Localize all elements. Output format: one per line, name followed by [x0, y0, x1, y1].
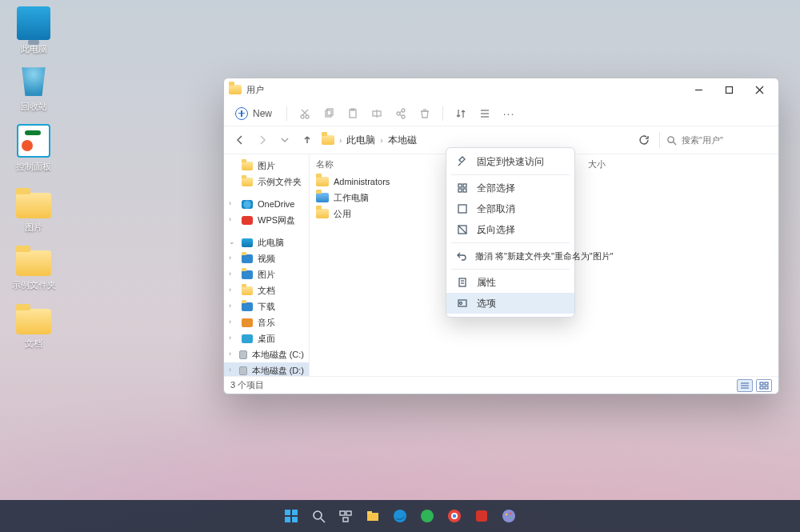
search-box[interactable] [666, 135, 770, 146]
refresh-button[interactable] [635, 131, 653, 149]
close-button[interactable] [745, 80, 774, 99]
menu-separator [451, 174, 570, 175]
svg-rect-30 [463, 189, 466, 192]
taskbar-app-green[interactable] [416, 505, 438, 527]
taskbar[interactable] [0, 500, 800, 532]
sidebar-item-disk-c[interactable]: ›本地磁盘 (C:) [224, 346, 309, 362]
sort-button[interactable] [454, 107, 467, 120]
menu-select-all[interactable]: 全部选择 [446, 178, 574, 198]
sidebar-item-this-pc[interactable]: ⌄此电脑 [224, 234, 309, 250]
context-menu: 固定到快速访问 全部选择 全部取消 反向选择 [446, 147, 575, 318]
desktop-icon-recycle-bin[interactable]: 回收站 [8, 64, 59, 113]
maximize-button[interactable] [714, 80, 743, 99]
svg-rect-53 [343, 518, 348, 522]
svg-rect-44 [765, 386, 768, 389]
desktop-icon-control-panel[interactable]: 控制面板 [8, 124, 59, 173]
paste-icon[interactable] [346, 107, 359, 120]
sidebar-item-downloads[interactable]: ›下载 [224, 298, 309, 314]
desktop-icon-folder[interactable]: 示例文件夹 [8, 246, 59, 291]
sidebar-item-desktop[interactable]: ›桌面 [224, 330, 309, 346]
menu-invert-selection[interactable]: 反向选择 [446, 219, 574, 240]
taskbar-explorer[interactable] [362, 505, 384, 527]
titlebar[interactable]: 用户 [224, 78, 778, 101]
sidebar-item-pictures[interactable]: 图片 [224, 158, 309, 174]
select-all-icon [456, 182, 469, 194]
svg-line-8 [302, 110, 308, 115]
menu-properties[interactable]: 属性 [446, 272, 574, 293]
sidebar-item-onedrive[interactable]: ›OneDrive [224, 196, 309, 212]
sidebar-item-music[interactable]: ›音乐 [224, 314, 309, 330]
copy-icon[interactable] [322, 107, 335, 120]
share-icon[interactable] [394, 107, 407, 120]
invert-icon [456, 223, 469, 236]
desktop-icon-label: 文档 [8, 338, 59, 350]
desktop-icon-this-pc[interactable]: 此电脑 [8, 6, 59, 55]
plus-icon [235, 107, 248, 120]
breadcrumb[interactable]: › 此电脑 › 本地磁 [322, 134, 629, 147]
svg-rect-41 [760, 382, 763, 385]
sidebar-item-documents[interactable]: ›文档 [224, 282, 309, 298]
svg-rect-48 [292, 517, 298, 522]
menu-select-none[interactable]: 全部取消 [446, 198, 574, 219]
taskbar-chrome[interactable] [443, 505, 466, 527]
view-button[interactable] [478, 107, 491, 120]
taskbar-edge[interactable] [389, 505, 411, 527]
desktop: 此电脑 回收站 控制面板 图片 示例文件夹 文档 用户 [0, 0, 800, 532]
svg-point-5 [301, 115, 304, 118]
svg-rect-43 [760, 386, 763, 389]
svg-point-37 [460, 302, 462, 305]
view-icons-button[interactable] [756, 379, 772, 392]
svg-rect-10 [327, 109, 333, 115]
svg-rect-52 [346, 511, 351, 515]
minimize-button[interactable] [684, 80, 713, 99]
svg-rect-33 [459, 278, 466, 286]
back-button[interactable] [232, 132, 248, 148]
search-input[interactable] [682, 135, 762, 145]
start-button[interactable] [280, 505, 302, 527]
col-size[interactable]: 大小 [582, 158, 638, 170]
crumb-drive[interactable]: 本地磁 [388, 134, 417, 147]
menu-pin-quick-access[interactable]: 固定到快速访问 [446, 151, 574, 172]
desktop-icon-folder[interactable]: 文档 [8, 304, 59, 350]
view-details-button[interactable] [737, 379, 753, 392]
folder-icon [322, 135, 334, 145]
sidebar-item-pictures2[interactable]: ›图片 [224, 266, 309, 282]
menu-options[interactable]: 选项 [446, 293, 574, 314]
svg-line-26 [673, 142, 676, 145]
recent-button[interactable] [277, 132, 293, 148]
taskbar-app-red[interactable] [470, 505, 493, 527]
svg-rect-51 [340, 511, 345, 515]
chevron-right-icon: › [339, 136, 342, 145]
svg-rect-28 [463, 184, 466, 187]
cut-icon[interactable] [298, 107, 311, 120]
svg-rect-42 [765, 382, 768, 385]
desktop-icon-label: 图片 [8, 222, 59, 234]
svg-rect-54 [367, 513, 378, 521]
sidebar-item-wps[interactable]: ›WPS网盘 [224, 212, 309, 228]
desktop-icon-folder[interactable]: 图片 [8, 188, 59, 234]
crumb-root[interactable]: 此电脑 [346, 134, 375, 147]
window-title: 用户 [246, 84, 264, 96]
file-list[interactable]: 名称 类型 大小 Administrators 文件夹 工作电脑 文件夹 公用 [309, 154, 778, 376]
svg-point-62 [502, 510, 515, 522]
sidebar-item-sample[interactable]: 示例文件夹 [224, 174, 309, 190]
desktop-icon-label: 控制面板 [8, 161, 59, 173]
delete-icon[interactable] [418, 107, 431, 120]
svg-rect-29 [458, 189, 462, 192]
svg-point-60 [453, 514, 456, 518]
up-button[interactable] [299, 132, 315, 148]
sidebar-item-disk-d[interactable]: ›本地磁盘 (D:) [224, 362, 309, 376]
taskbar-taskview[interactable] [334, 505, 357, 527]
svg-line-19 [400, 114, 402, 116]
taskbar-app-paint[interactable] [498, 505, 520, 527]
more-button[interactable]: ··· [502, 107, 515, 120]
rename-icon[interactable] [370, 107, 383, 120]
new-label: New [253, 108, 272, 119]
divider [442, 106, 443, 121]
new-button[interactable]: New [232, 106, 275, 122]
sidebar-item-videos[interactable]: ›视频 [224, 250, 309, 266]
menu-separator [451, 269, 570, 270]
taskbar-search[interactable] [307, 505, 330, 527]
menu-undo-rename[interactable]: 撤消 将"新建文件夹"重命名为"图片" [446, 246, 574, 266]
forward-button[interactable] [254, 132, 270, 148]
